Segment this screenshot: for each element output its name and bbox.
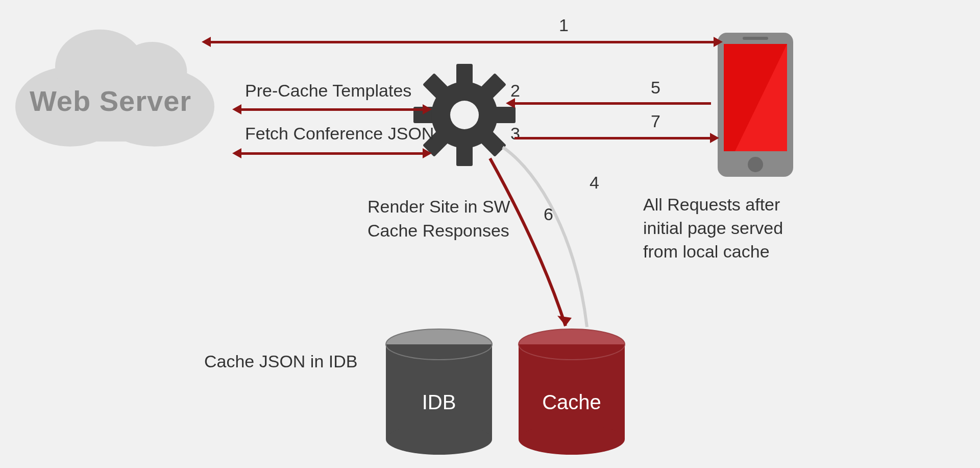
diagram-canvas: Web Server [0, 0, 980, 468]
caption-cache-json-idb: Cache JSON in IDB [204, 352, 357, 371]
caption-render-site: Render Site in SW [368, 197, 510, 217]
arrow-6-number: 6 [544, 204, 553, 224]
svg-marker-27 [557, 316, 572, 326]
caption-right-note: All Requests after initial page served f… [643, 193, 801, 264]
arrow-4-number: 4 [590, 173, 599, 193]
caption-cache-responses: Cache Responses [368, 221, 509, 241]
